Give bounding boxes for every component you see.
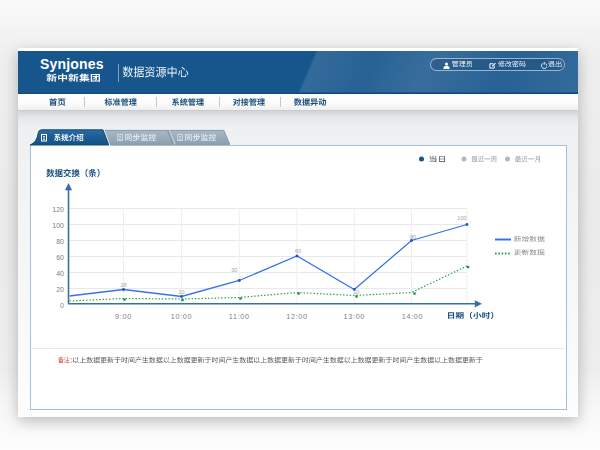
svg-text:80: 80 xyxy=(56,238,64,245)
svg-text:0: 0 xyxy=(60,302,64,309)
svg-text:13:00: 13:00 xyxy=(344,312,366,321)
svg-text:12:00: 12:00 xyxy=(286,312,308,321)
svg-text:60: 60 xyxy=(295,248,301,254)
svg-text:100: 100 xyxy=(52,222,64,229)
svg-text:100: 100 xyxy=(457,215,466,221)
svg-text:10: 10 xyxy=(178,289,184,295)
svg-text:18: 18 xyxy=(120,282,126,288)
svg-text:30: 30 xyxy=(231,267,237,273)
svg-text:14:00: 14:00 xyxy=(402,312,424,321)
svg-text:60: 60 xyxy=(56,254,64,261)
svg-text:120: 120 xyxy=(52,206,64,213)
svg-text:40: 40 xyxy=(56,270,64,277)
svg-text:11:00: 11:00 xyxy=(229,312,250,321)
svg-text:10: 10 xyxy=(353,289,359,295)
svg-text:9:00: 9:00 xyxy=(115,312,132,321)
svg-text:80: 80 xyxy=(410,234,416,240)
svg-text:10:00: 10:00 xyxy=(171,312,193,321)
svg-text:20: 20 xyxy=(56,286,64,293)
